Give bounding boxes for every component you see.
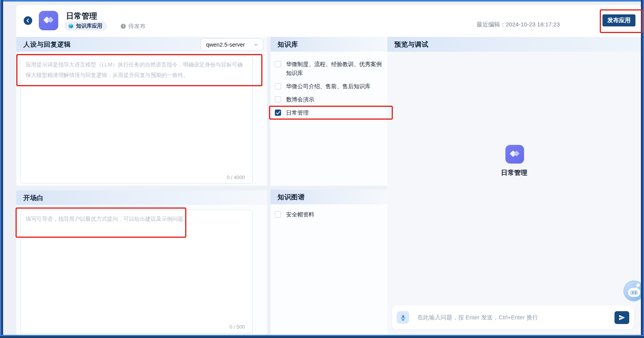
status-indicator: 待发布 <box>120 21 146 31</box>
status-text: 待发布 <box>128 23 146 30</box>
publish-button[interactable]: 发布应用 <box>602 14 635 26</box>
checkbox-row[interactable]: 华微制度、流程、经验教训、优秀案例知识库 <box>275 60 382 78</box>
preview-section-title: 预览与调试 <box>394 40 429 49</box>
preview-section-body <box>387 52 641 335</box>
opening-section-title: 开场白 <box>23 193 44 202</box>
window-border-right <box>641 0 644 338</box>
checkbox-label: 华微制度、流程、经验教训、优秀案例知识库 <box>286 60 382 78</box>
badge-label: 知识库应用 <box>76 23 102 30</box>
preview-app-name: 日常管理 <box>387 168 641 177</box>
prompt-char-counter: 0 / 4000 <box>227 174 245 180</box>
checkbox-row[interactable]: 数博会演示 <box>275 95 382 104</box>
checkbox-unchecked[interactable] <box>275 96 281 103</box>
checkbox-row[interactable]: 日常管理 <box>275 108 382 117</box>
last-edited-text: 最近编辑：2024-10-23 18:17:23 <box>477 21 560 28</box>
knowledge-base-title: 知识库 <box>278 40 298 49</box>
microphone-button[interactable] <box>397 311 409 324</box>
clock-icon <box>120 23 126 29</box>
send-button[interactable] <box>614 311 629 324</box>
checkbox-label: 数博会演示 <box>286 95 314 104</box>
back-button[interactable] <box>24 16 32 25</box>
model-select[interactable]: qwen2.5-server <box>201 38 263 51</box>
microphone-icon <box>400 314 406 321</box>
opening-placeholder: 填写引导语，指导用户以最优方式提问，可以给出建议及示例问题。 <box>26 214 247 224</box>
knowledge-base-header: 知识库 <box>271 37 387 52</box>
window-border-left <box>0 0 3 338</box>
checkbox-unchecked[interactable] <box>275 211 281 218</box>
app-type-badge: 知识库应用 <box>64 21 107 31</box>
app-window: 日常管理 知识库应用 待发布 最近编辑：2024-10-23 18:17:23 … <box>0 0 644 338</box>
knowledge-base-list: 华微制度、流程、经验教训、优秀案例知识库华微公司介绍、售前、售后知识库数博会演示… <box>271 52 387 122</box>
checkbox-checked[interactable] <box>275 110 281 116</box>
window-border-top <box>0 0 644 2</box>
check-icon <box>276 111 280 115</box>
app-logo-icon <box>509 148 521 160</box>
preview-app-icon <box>505 145 524 164</box>
persona-section-title: 人设与回复逻辑 <box>23 40 71 49</box>
model-select-value: qwen2.5-server <box>206 42 254 48</box>
checkbox-label: 安全帽资料 <box>286 210 314 219</box>
checkbox-label: 日常管理 <box>286 108 309 117</box>
checkbox-row[interactable]: 华微公司介绍、售前、售后知识库 <box>275 82 382 91</box>
opening-section-body: 填写引导语，指导用户以最优方式提问，可以给出建议及示例问题。 0 / 500 <box>16 205 267 335</box>
prompt-placeholder: 应用提示词是指导大语言模型（LLM）执行任务的自然语言指令，明确设定身份与目标可… <box>26 59 247 80</box>
persona-section-body: 应用提示词是指导大语言模型（LLM）执行任务的自然语言指令，明确设定身份与目标可… <box>16 52 267 186</box>
page-title: 日常管理 <box>66 11 97 21</box>
chevron-down-icon <box>254 44 258 46</box>
opening-textarea[interactable]: 填写引导语，指导用户以最优方式提问，可以给出建议及示例问题。 0 / 500 <box>20 210 253 333</box>
checkbox-unchecked[interactable] <box>275 83 281 89</box>
prompt-textarea[interactable]: 应用提示词是指导大语言模型（LLM）执行任务的自然语言指令，明确设定身份与目标可… <box>20 56 253 184</box>
cube-icon <box>68 23 74 29</box>
checkbox-row[interactable]: 安全帽资料 <box>275 210 382 219</box>
send-icon <box>618 314 626 321</box>
window-border-bottom <box>0 335 644 338</box>
knowledge-graph-body <box>271 204 387 335</box>
knowledge-graph-title: 知识图谱 <box>278 193 305 202</box>
checkbox-unchecked[interactable] <box>275 61 281 67</box>
knowledge-graph-header: 知识图谱 <box>271 190 387 204</box>
app-icon <box>39 11 58 30</box>
preview-section-header: 预览与调试 <box>387 37 641 52</box>
opening-section-header: 开场白 <box>16 190 267 205</box>
chevron-left-icon <box>26 19 30 23</box>
app-logo-icon <box>42 14 55 27</box>
checkbox-label: 华微公司介绍、售前、售后知识库 <box>286 82 371 91</box>
header-bar: 日常管理 知识库应用 待发布 最近编辑：2024-10-23 18:17:23 <box>16 5 641 37</box>
opening-char-counter: 0 / 500 <box>229 324 245 330</box>
chat-input[interactable]: 在此输入问题，按 Enter 发送，Ctrl+Enter 换行 <box>417 314 606 321</box>
knowledge-graph-list: 安全帽资料 <box>271 204 387 223</box>
chat-input-bar: 在此输入问题，按 Enter 发送，Ctrl+Enter 换行 <box>392 305 634 329</box>
